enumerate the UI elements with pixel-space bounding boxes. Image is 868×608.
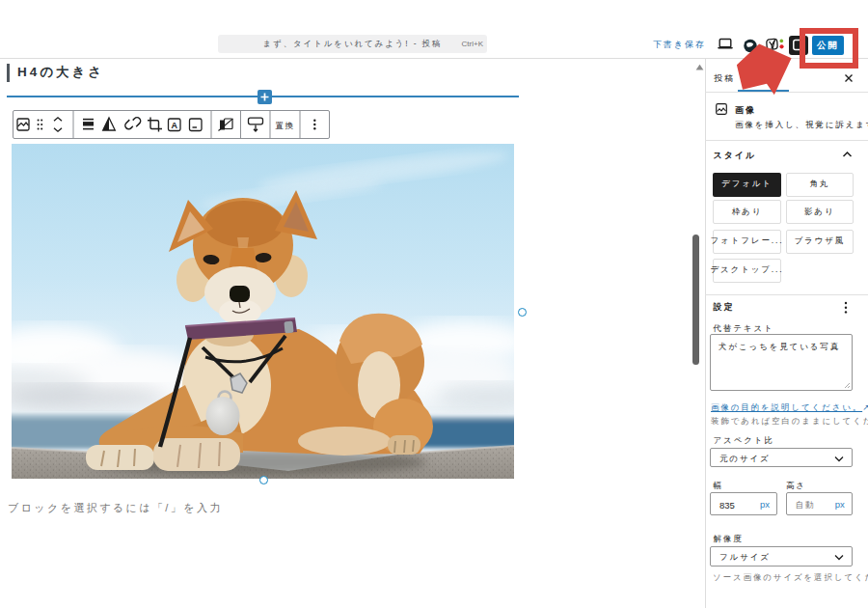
svg-text:置換: 置換 bbox=[275, 121, 295, 130]
svg-text:A: A bbox=[171, 121, 177, 130]
